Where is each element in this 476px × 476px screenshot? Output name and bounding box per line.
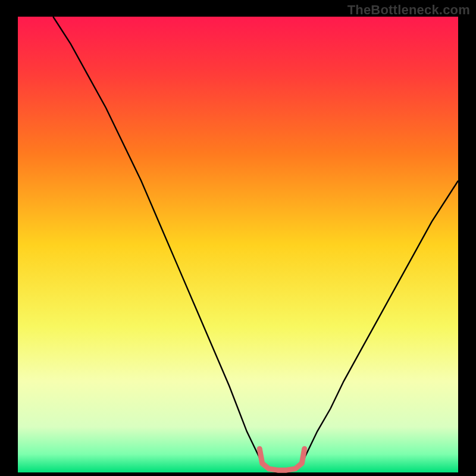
plot-background <box>18 17 458 472</box>
bottleneck-chart <box>0 0 476 476</box>
watermark-text: TheBottleneck.com <box>347 2 470 18</box>
chart-stage: TheBottleneck.com <box>0 0 476 476</box>
